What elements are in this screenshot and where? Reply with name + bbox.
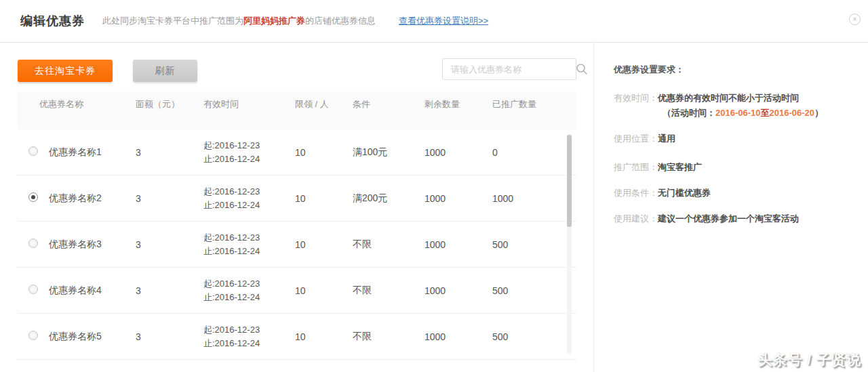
table-header-row: 优惠券名称 面额（元） 有效时间 限领 / 人 条件 剩余数量 已推广数量 <box>18 91 576 129</box>
coupon-amount: 3 <box>136 147 203 158</box>
activity-time-range: （活动时间：2016-06-10至2016-06-20） <box>614 106 858 121</box>
col-header-limit: 限领 / 人 <box>295 98 353 110</box>
coupon-name: 优惠券名称5 <box>49 331 136 343</box>
coupon-name: 优惠券名称4 <box>49 285 136 297</box>
refresh-button[interactable]: 刷新 <box>133 60 197 82</box>
coupon-promoted: 500 <box>492 331 576 342</box>
requirement-usage-position: 使用位置：通用 <box>614 131 858 146</box>
coupon-valid-time: 起:2016-12-23 止:2016-12-24 <box>203 277 295 304</box>
coupon-name: 优惠券名称3 <box>49 239 136 251</box>
table-row[interactable]: 优惠券名称4 3 起:2016-12-23 止:2016-12-24 10 不限… <box>18 268 576 314</box>
col-header-amount: 面额（元） <box>136 98 203 110</box>
coupon-valid-time: 起:2016-12-23 止:2016-12-24 <box>203 185 295 212</box>
table-row[interactable]: 优惠券名称5 3 起:2016-12-23 止:2016-12-24 10 不限… <box>18 314 576 360</box>
coupon-remaining: 1000 <box>425 285 492 296</box>
col-header-time: 有效时间 <box>203 98 295 110</box>
coupon-radio[interactable] <box>28 239 38 248</box>
dialog-header: 编辑优惠券 此处同步淘宝卡券平台中推广范围为阿里妈妈推广券的店铺优惠券信息 查看… <box>0 0 868 43</box>
coupon-remaining: 1000 <box>425 239 492 250</box>
close-icon[interactable]: × <box>849 14 861 25</box>
table-scrollbar <box>567 133 572 354</box>
requirement-usage-suggestion: 使用建议：建议一个优惠券参加一个淘宝客活动 <box>614 211 858 226</box>
coupon-remaining: 1000 <box>425 147 492 158</box>
col-header-name: 优惠券名称 <box>18 98 136 110</box>
coupon-radio[interactable] <box>28 331 38 340</box>
header-subtitle: 此处同步淘宝卡券平台中推广范围为阿里妈妈推广券的店铺优惠券信息 <box>102 15 376 27</box>
coupon-condition: 满100元 <box>353 146 425 159</box>
table-scrollbar-thumb[interactable] <box>567 135 572 227</box>
table-row[interactable]: 优惠券名称2 3 起:2016-12-23 止:2016-12-24 10 满2… <box>18 175 576 222</box>
coupon-settings-help-link[interactable]: 查看优惠券设置说明>> <box>399 15 488 27</box>
activity-date-to: 2016-06-20 <box>770 108 815 118</box>
requirement-usage-condition: 使用条件：无门槛优惠券 <box>614 186 858 201</box>
coupon-amount: 3 <box>136 193 203 204</box>
coupon-remaining: 1000 <box>425 193 492 204</box>
table-row[interactable]: 优惠券名称3 3 起:2016-12-23 止:2016-12-24 10 不限… <box>18 222 576 268</box>
edit-coupon-dialog: 编辑优惠券 此处同步淘宝卡券平台中推广范围为阿里妈妈推广券的店铺优惠券信息 查看… <box>0 0 868 372</box>
watermark: 头条号 / 子贤说 <box>757 350 861 369</box>
coupon-condition: 满200元 <box>353 192 425 205</box>
col-header-remaining: 剩余数量 <box>425 98 492 110</box>
coupon-amount: 3 <box>136 285 203 296</box>
coupon-limit: 10 <box>295 147 353 158</box>
requirements-title: 优惠券设置要求： <box>614 62 858 77</box>
coupon-search-box <box>442 58 576 80</box>
coupon-limit: 10 <box>295 331 353 342</box>
coupon-radio[interactable] <box>28 192 38 202</box>
col-header-condition: 条件 <box>353 98 425 110</box>
coupon-name: 优惠券名称1 <box>49 146 136 159</box>
subtitle-prefix: 此处同步淘宝卡券平台中推广范围为 <box>102 16 243 26</box>
coupon-limit: 10 <box>295 193 353 204</box>
coupon-promoted: 0 <box>492 147 576 158</box>
coupon-amount: 3 <box>136 239 203 250</box>
table-row[interactable]: 优惠券名称1 3 起:2016-12-23 止:2016-12-24 10 满1… <box>18 129 576 175</box>
search-icon[interactable] <box>574 62 589 77</box>
coupon-promoted: 500 <box>492 285 576 296</box>
coupon-valid-time: 起:2016-12-23 止:2016-12-24 <box>203 139 295 166</box>
coupon-table: 优惠券名称 面额（元） 有效时间 限领 / 人 条件 剩余数量 已推广数量 优惠… <box>18 91 576 360</box>
page-title: 编辑优惠券 <box>20 13 85 29</box>
goto-taobao-coupon-button[interactable]: 去往淘宝卡券 <box>18 60 113 82</box>
coupon-limit: 10 <box>295 239 353 250</box>
coupon-valid-time: 起:2016-12-23 止:2016-12-24 <box>203 231 295 258</box>
requirement-valid-time: 有效时间：优惠券的有效时间不能小于活动时间 （活动时间：2016-06-10至2… <box>614 91 858 121</box>
coupon-promoted: 500 <box>492 239 576 250</box>
subtitle-highlight: 阿里妈妈推广券 <box>243 16 305 26</box>
coupon-requirements-panel: 优惠券设置要求： 有效时间：优惠券的有效时间不能小于活动时间 （活动时间：201… <box>614 62 858 237</box>
coupon-radio[interactable] <box>28 146 38 156</box>
coupon-amount: 3 <box>136 331 203 342</box>
coupon-name: 优惠券名称2 <box>49 192 136 205</box>
coupon-valid-time: 起:2016-12-23 止:2016-12-24 <box>203 323 295 350</box>
coupon-condition: 不限 <box>353 285 425 297</box>
content-divider <box>593 43 594 372</box>
coupon-limit: 10 <box>295 285 353 296</box>
coupon-remaining: 1000 <box>425 331 492 342</box>
activity-date-from: 2016-06-10 <box>715 108 761 118</box>
coupon-condition: 不限 <box>353 331 425 343</box>
coupon-condition: 不限 <box>353 239 425 251</box>
subtitle-suffix: 的店铺优惠券信息 <box>305 16 376 26</box>
requirement-promotion-scope: 推广范围：淘宝客推广 <box>614 160 858 175</box>
search-input[interactable] <box>443 64 574 75</box>
coupon-radio[interactable] <box>28 285 38 294</box>
coupon-promoted: 1000 <box>492 193 576 204</box>
col-header-promoted: 已推广数量 <box>492 98 576 110</box>
